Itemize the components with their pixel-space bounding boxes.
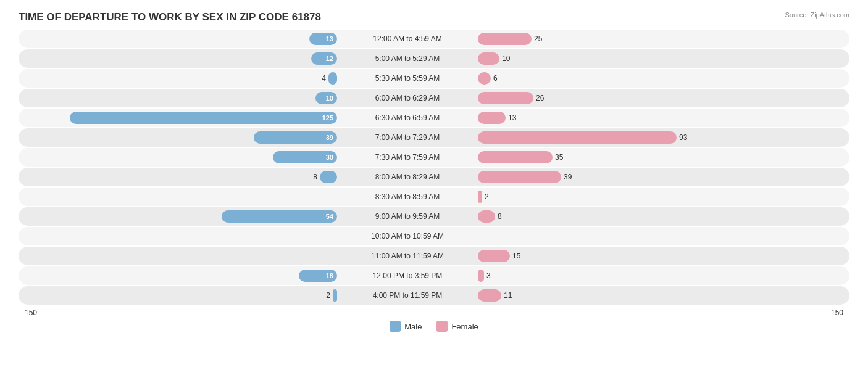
table-row: 39 7:00 AM to 7:29 AM 93: [19, 128, 849, 147]
male-bar-container: 18: [19, 269, 340, 282]
chart-area: 13 12:00 AM to 4:59 AM 25 12 5:00 AM to …: [19, 30, 849, 305]
table-row: 11:00 AM to 11:59 AM 15: [19, 247, 849, 265]
female-bar: [478, 171, 561, 183]
female-bar: [478, 33, 532, 45]
female-bar-container: 3: [475, 269, 796, 282]
female-bar-container: 35: [475, 151, 796, 164]
female-bar-container: 13: [475, 111, 796, 125]
male-bar: 30: [273, 151, 337, 163]
female-bar: [478, 112, 506, 124]
male-bar-container: 125: [19, 111, 340, 125]
time-label: 6:30 AM to 6:59 AM: [340, 113, 475, 122]
time-label: 5:30 AM to 5:59 AM: [340, 74, 475, 83]
female-bar-container: 2: [475, 190, 796, 204]
female-value: 35: [555, 153, 563, 162]
female-bar: [478, 131, 677, 144]
male-bar-container: 8: [19, 170, 340, 184]
female-color-box: [436, 321, 448, 332]
male-bar: 13: [309, 33, 337, 45]
chart-title: TIME OF DEPARTURE TO WORK BY SEX IN ZIP …: [19, 11, 849, 23]
axis-left: 150: [19, 308, 43, 317]
female-bar-container: 15: [475, 249, 796, 263]
legend-male: Male: [390, 321, 422, 332]
table-row: 30 7:30 AM to 7:59 AM 35: [19, 148, 849, 167]
legend-female: Female: [436, 321, 478, 332]
table-row: 18 12:00 PM to 3:59 PM 3: [19, 266, 849, 285]
female-bar: [478, 151, 553, 163]
female-value: 39: [564, 173, 572, 181]
female-bar-container: 11: [475, 289, 796, 302]
male-value: 2: [326, 291, 330, 300]
chart-container: TIME OF DEPARTURE TO WORK BY SEX IN ZIP …: [0, 0, 868, 367]
female-value: 15: [512, 252, 520, 260]
female-bar-container: 93: [475, 131, 796, 144]
source-label: Source: ZipAtlas.com: [785, 11, 849, 19]
table-row: 12 5:00 AM to 5:29 AM 10: [19, 49, 849, 68]
table-row: 13 12:00 AM to 4:59 AM 25: [19, 30, 849, 48]
male-bar: 10: [315, 92, 337, 104]
table-row: 10 6:00 AM to 6:29 AM 26: [19, 89, 849, 107]
male-bar-label: 54: [322, 213, 337, 220]
male-bar: [328, 72, 337, 85]
female-value: 25: [534, 35, 542, 43]
female-bar: [478, 72, 491, 85]
male-bar: [333, 289, 337, 302]
time-label: 12:00 PM to 3:59 PM: [340, 271, 475, 280]
female-value: 93: [679, 133, 687, 142]
table-row: 125 6:30 AM to 6:59 AM 13: [19, 109, 849, 127]
time-label: 6:00 AM to 6:29 AM: [340, 94, 475, 102]
female-value: 10: [502, 54, 510, 63]
time-label: 7:00 AM to 7:29 AM: [340, 133, 475, 142]
female-bar: [478, 52, 499, 65]
time-label: 12:00 AM to 4:59 AM: [340, 35, 475, 43]
male-value: 4: [322, 74, 326, 83]
female-bar: [478, 92, 533, 104]
male-label: Male: [404, 322, 422, 331]
male-bar-container: 30: [19, 151, 340, 164]
male-bar-label: 125: [319, 114, 337, 122]
male-color-box: [390, 321, 401, 332]
female-bar-container: 25: [475, 32, 796, 46]
male-bar-container: 10: [19, 91, 340, 105]
female-value: 13: [508, 113, 516, 122]
time-label: 9:00 AM to 9:59 AM: [340, 212, 475, 221]
female-value: 3: [486, 271, 491, 280]
male-bar-label: 18: [322, 272, 337, 279]
female-bar-container: [475, 229, 796, 243]
time-label: 8:30 AM to 8:59 AM: [340, 192, 475, 201]
female-value: 26: [536, 94, 544, 102]
female-label: Female: [451, 322, 478, 331]
legend: Male Female: [19, 321, 849, 332]
male-bar-container: 4: [19, 72, 340, 85]
time-label: 10:00 AM to 10:59 AM: [340, 232, 475, 241]
male-bar-container: 54: [19, 210, 340, 223]
female-bar-container: 8: [475, 210, 796, 223]
male-bar-container: 2: [19, 289, 340, 302]
female-bar: [478, 250, 510, 262]
table-row: 10:00 AM to 10:59 AM: [19, 227, 849, 245]
male-bar: 12: [311, 52, 337, 65]
time-label: 5:00 AM to 5:29 AM: [340, 54, 475, 63]
male-bar-container: 12: [19, 52, 340, 65]
male-bar-label: 13: [322, 35, 337, 43]
table-row: 54 9:00 AM to 9:59 AM 8: [19, 207, 849, 226]
female-bar: [478, 210, 495, 223]
table-row: 8 8:00 AM to 8:29 AM 39: [19, 168, 849, 186]
female-value: 6: [493, 74, 498, 83]
male-bar-label: 10: [322, 94, 337, 102]
table-row: 2 4:00 PM to 11:59 PM 11: [19, 286, 849, 305]
female-bar-container: 39: [475, 170, 796, 184]
male-value: 8: [313, 173, 317, 181]
male-bar: [320, 171, 337, 183]
male-bar-label: 12: [322, 55, 337, 62]
male-bar-container: [19, 249, 340, 263]
male-bar: 54: [222, 210, 337, 223]
axis-row: 150 150: [19, 308, 849, 317]
male-bar-container: [19, 229, 340, 243]
female-bar-container: 6: [475, 72, 796, 85]
male-bar: 18: [299, 270, 337, 282]
table-row: 8:30 AM to 8:59 AM 2: [19, 188, 849, 206]
male-bar-label: 39: [322, 134, 337, 141]
time-label: 8:00 AM to 8:29 AM: [340, 173, 475, 181]
female-value: 8: [498, 212, 502, 221]
